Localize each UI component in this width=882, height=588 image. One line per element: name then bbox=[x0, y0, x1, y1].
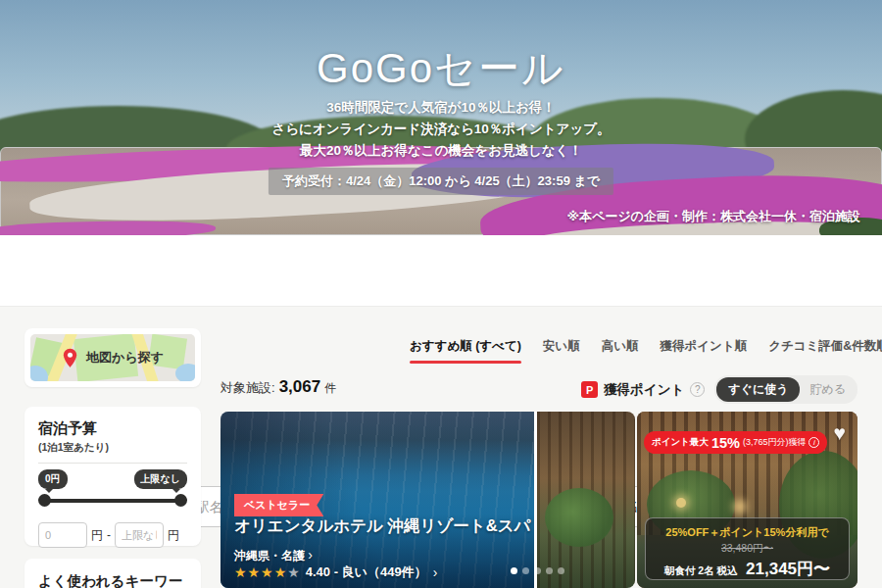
budget-slider: 0円 上限なし bbox=[38, 469, 187, 514]
rating-text: 4.40 - 良い（449件） bbox=[306, 564, 427, 581]
keywords-panel: よく使われるキーワード bbox=[24, 559, 201, 588]
slider-max-handle[interactable] bbox=[174, 494, 187, 507]
slider-min-handle[interactable] bbox=[38, 494, 51, 507]
page-attribution: ※本ページの企画・制作：株式会社一休・宿泊施設 bbox=[566, 208, 860, 225]
map-pin-icon bbox=[62, 348, 78, 368]
carousel-dots bbox=[511, 567, 564, 574]
price-conditions: 朝食付 2名 税込 bbox=[664, 564, 738, 576]
sale-title: GoGoセール bbox=[0, 41, 882, 96]
reservation-period: 予約受付：4/24（金）12:00 から 4/25（土）23:59 まで bbox=[269, 168, 613, 195]
budget-subtitle: (1泊1室あたり) bbox=[38, 441, 187, 455]
sale-subtitle-1: 36時間限定で人気宿が10％以上お得！ bbox=[0, 99, 882, 117]
tab-recommended[interactable]: おすすめ順 (すべて) bbox=[410, 338, 521, 364]
budget-min-input[interactable] bbox=[38, 522, 87, 548]
hotel-photo-next-slide bbox=[537, 412, 635, 588]
toggle-use-now[interactable]: すぐに使う bbox=[716, 377, 800, 402]
budget-max-input[interactable] bbox=[115, 522, 164, 548]
hero-banner: GoGoセール 36時間限定で人気宿が10％以上お得！ さらにオンラインカード決… bbox=[0, 0, 882, 235]
carousel-dot[interactable] bbox=[558, 567, 564, 574]
points-label: 獲得ポイント bbox=[604, 381, 684, 399]
results-count-value: 3,067 bbox=[279, 377, 321, 397]
hotel-location-link[interactable]: 沖縄県・名護 › bbox=[234, 547, 313, 564]
tab-points[interactable]: 獲得ポイント順 bbox=[660, 338, 747, 364]
price-value: 21,345円〜 bbox=[746, 560, 830, 578]
carousel-dot[interactable] bbox=[534, 567, 541, 574]
chevron-right-icon: › bbox=[433, 564, 438, 580]
map-search-label: 地図から探す bbox=[86, 349, 164, 367]
info-icon[interactable]: i bbox=[808, 437, 819, 448]
sale-subtitle-2: さらにオンラインカード決済なら10％ポイントアップ。 bbox=[0, 121, 882, 138]
budget-title: 宿泊予算 bbox=[38, 419, 187, 438]
tab-expensive[interactable]: 高い順 bbox=[602, 338, 639, 364]
map-search-button[interactable]: 地図から探す bbox=[24, 328, 201, 387]
carousel-dot[interactable] bbox=[522, 567, 529, 574]
bestseller-badge: ベストセラー bbox=[234, 494, 323, 516]
results-count-unit: 件 bbox=[324, 380, 336, 397]
points-mode-control: P 獲得ポイント ? すぐに使う 貯める bbox=[581, 375, 858, 404]
favorite-heart-icon[interactable]: ♥ bbox=[834, 421, 846, 445]
price-box: 25%OFF＋ポイント15%分利用で 33,480円〜 朝食付 2名 税込 21… bbox=[645, 517, 850, 580]
hotel-card[interactable]: ベストセラー オリエンタルホテル 沖縄リゾート&スパ 沖縄県・名護 › ★★★★… bbox=[220, 412, 635, 588]
keywords-title: よく使われるキーワード bbox=[38, 572, 187, 588]
sale-subtitle-3: 最大20％以上お得なこの機会をお見逃しなく！ bbox=[0, 142, 882, 160]
tab-reviews[interactable]: クチコミ評価&件数順 (総合) bbox=[768, 338, 882, 364]
budget-unit-label: 円 bbox=[168, 527, 179, 544]
original-price: 33,480円〜 bbox=[646, 542, 849, 556]
budget-filter-panel: 宿泊予算 (1泊1室あたり) 0円 上限なし 円 - 円 bbox=[24, 407, 201, 546]
results-count: 対象施設: 3,067 件 bbox=[220, 377, 336, 397]
budget-range-separator: - bbox=[107, 528, 111, 542]
price-line: 朝食付 2名 税込 21,345円〜 bbox=[646, 558, 849, 580]
results-count-label: 対象施設: bbox=[220, 379, 275, 397]
toggle-save[interactable]: 貯める bbox=[800, 377, 856, 402]
hotel-rating-link[interactable]: ★★★★★ 4.40 - 良い（449件） › bbox=[234, 564, 437, 581]
budget-unit-label: 円 bbox=[91, 527, 103, 544]
chevron-right-icon: › bbox=[308, 547, 313, 563]
slider-max-tooltip: 上限なし bbox=[134, 469, 187, 489]
star-icons: ★★★★★ bbox=[234, 564, 300, 580]
help-icon[interactable]: ? bbox=[690, 382, 705, 397]
points-toggle: すぐに使う 貯める bbox=[714, 375, 858, 404]
carousel-dot[interactable] bbox=[511, 567, 517, 574]
points-max-badge: ポイント最大 15% (3,765円分)獲得 i bbox=[644, 431, 827, 454]
page: GoGoセール 36時間限定で人気宿が10％以上お得！ さらにオンラインカード決… bbox=[0, 0, 882, 588]
carousel-dot[interactable] bbox=[546, 567, 553, 574]
slider-track[interactable] bbox=[41, 499, 184, 503]
search-bar-section: 日付指定なし 1泊 大人2名 子供0名 1室 検索する bbox=[0, 235, 882, 307]
tab-cheapest[interactable]: 安い順 bbox=[543, 338, 580, 364]
map-thumbnail: 地図から探す bbox=[30, 334, 195, 381]
points-p-icon: P bbox=[581, 381, 598, 398]
divider bbox=[38, 463, 187, 464]
sort-tabs: おすすめ順 (すべて) 安い順 高い順 獲得ポイント順 クチコミ評価&件数順 (… bbox=[410, 338, 882, 364]
hotel-name[interactable]: オリエンタルホテル 沖縄リゾート&スパ bbox=[234, 515, 528, 537]
discount-line: 25%OFF＋ポイント15%分利用で bbox=[646, 525, 849, 540]
slider-min-tooltip: 0円 bbox=[38, 469, 68, 489]
promo-hotel-card[interactable]: ポイント最大 15% (3,765円分)獲得 i ♥ 25%OFF＋ポイント15… bbox=[637, 412, 858, 588]
